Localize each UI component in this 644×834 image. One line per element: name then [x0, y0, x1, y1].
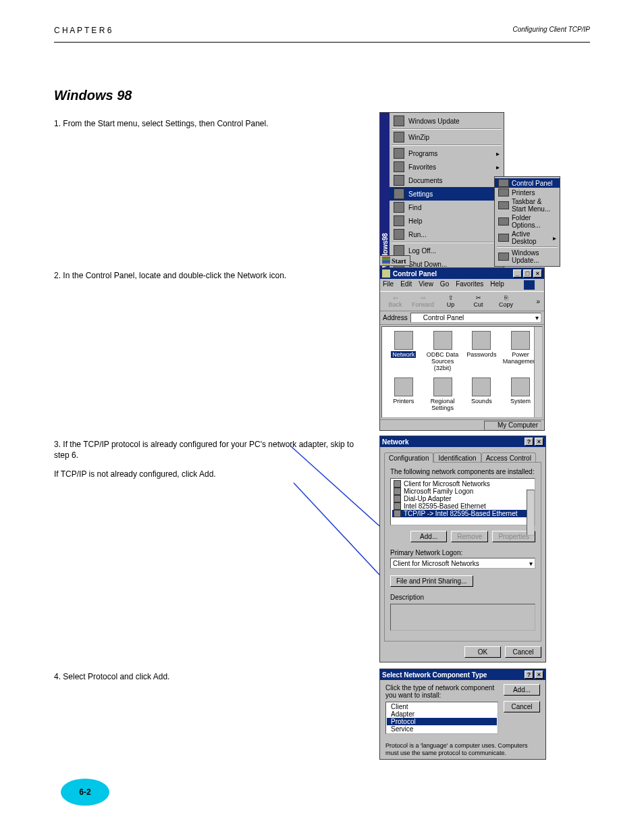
type-client[interactable]: Client: [387, 703, 497, 710]
cp-item-regional[interactable]: Regional Settings: [424, 377, 462, 413]
step-2: 2. In the Control Panel, locate and doub…: [54, 270, 365, 281]
remove-button[interactable]: Remove: [451, 531, 488, 542]
taskbar-icon: [498, 201, 509, 209]
label: Printers: [393, 398, 414, 405]
context-help-button[interactable]: ?: [525, 438, 533, 446]
start-item-documents[interactable]: Documents▸: [390, 174, 504, 187]
menu-help[interactable]: Help: [490, 280, 504, 290]
step-3b-text: If TCP/IP is not already configured, cli…: [54, 469, 365, 479]
printers-icon: [498, 188, 509, 197]
menu-favorites[interactable]: Favorites: [456, 280, 483, 290]
label: Control Panel: [512, 180, 553, 187]
vertical-scrollbar[interactable]: [527, 490, 535, 536]
cp-item-printers[interactable]: Printers: [385, 377, 423, 413]
menu-go[interactable]: Go: [440, 280, 449, 290]
update-icon: [394, 115, 404, 126]
submenu-arrow-icon: ▸: [553, 234, 556, 242]
tab-body: The following network components are ins…: [384, 462, 541, 642]
ok-button[interactable]: OK: [464, 646, 501, 658]
menu-separator: [392, 242, 502, 243]
label: Up: [439, 301, 462, 308]
tab-access-control[interactable]: Access Control: [481, 452, 536, 463]
vertical-scrollbar[interactable]: [534, 327, 542, 417]
titlebar[interactable]: Network ? ×: [380, 436, 545, 447]
type-adapter[interactable]: Adapter: [387, 710, 497, 718]
component-list[interactable]: Client for Microsoft Networks Microsoft …: [390, 478, 535, 525]
component-row[interactable]: Client for Microsoft Networks: [392, 480, 533, 488]
tab-identification[interactable]: Identification: [433, 452, 481, 463]
menu-view[interactable]: View: [419, 280, 433, 290]
submenu-control-panel[interactable]: Control Panel: [495, 178, 560, 188]
submenu-arrow-icon: ▸: [496, 150, 500, 157]
start-button-label: Start: [392, 257, 406, 265]
combo-value: Client for Microsoft Networks: [393, 560, 479, 567]
submenu-printers[interactable]: Printers: [495, 188, 560, 197]
component-row-tcpip[interactable]: TCP/IP -> Intel 82595-Based Ethernet: [392, 510, 533, 517]
cancel-button[interactable]: Cancel: [504, 701, 540, 712]
start-item-programs[interactable]: Programs▸: [390, 147, 504, 160]
titlebar[interactable]: Control Panel _ □ ×: [380, 268, 544, 279]
status-text: My Computer: [498, 421, 538, 429]
start-item-help[interactable]: Help: [390, 214, 504, 228]
start-item-find[interactable]: Find▸: [390, 201, 504, 214]
dropdown-arrow-icon[interactable]: ▾: [529, 560, 533, 567]
add-button[interactable]: Add...: [410, 531, 447, 542]
adapter-icon: [394, 502, 401, 510]
section-heading: Windows 98: [54, 88, 132, 103]
tab-configuration[interactable]: Configuration: [384, 452, 433, 463]
overflow-chevron-icon[interactable]: »: [536, 298, 540, 305]
cancel-button[interactable]: Cancel: [505, 646, 541, 658]
start-item-run[interactable]: Run...: [390, 228, 504, 241]
submenu-taskbar[interactable]: Taskbar & Start Menu...: [495, 197, 560, 213]
cp-item-sounds[interactable]: Sounds: [463, 377, 501, 413]
submenu-folder-options[interactable]: Folder Options...: [495, 213, 560, 230]
context-help-button[interactable]: ?: [525, 671, 533, 679]
start-button[interactable]: Start: [379, 255, 410, 266]
control-panel-window: Control Panel _ □ × File Edit View Go Fa…: [379, 267, 545, 431]
type-service[interactable]: Service: [387, 725, 497, 733]
add-button[interactable]: Add...: [504, 684, 540, 696]
menu-file[interactable]: File: [383, 280, 394, 290]
copy-button[interactable]: ⎘Copy: [495, 294, 517, 308]
titlebar[interactable]: Select Network Component Type ? ×: [380, 669, 545, 680]
label: Settings: [408, 190, 433, 198]
cut-button[interactable]: ✂Cut: [467, 294, 489, 308]
submenu-windows-update[interactable]: Windows Update...: [495, 249, 560, 265]
printers-icon: [394, 377, 413, 396]
settings-icon: [394, 188, 404, 199]
label: Windows Update...: [512, 249, 556, 264]
start-item-windows-update[interactable]: Windows Update: [390, 114, 504, 128]
start-item-settings[interactable]: Settings▸: [390, 187, 504, 201]
type-protocol[interactable]: Protocol: [387, 718, 497, 725]
back-button[interactable]: ⇦Back: [384, 294, 406, 308]
system-icon: [511, 377, 530, 396]
close-button[interactable]: ×: [535, 671, 543, 679]
file-print-sharing-button[interactable]: File and Print Sharing...: [390, 575, 473, 587]
component-row[interactable]: Microsoft Family Logon: [392, 488, 533, 495]
cp-item-odbc[interactable]: ODBC Data Sources (32bit): [424, 331, 462, 373]
primary-logon-combo[interactable]: Client for Microsoft Networks ▾: [390, 558, 535, 569]
control-panel-icon: [413, 314, 421, 322]
component-row[interactable]: Intel 82595-Based Ethernet: [392, 502, 533, 510]
menu-edit[interactable]: Edit: [400, 280, 412, 290]
label: Windows Update: [408, 118, 460, 125]
close-button[interactable]: ×: [535, 438, 543, 446]
close-button[interactable]: ×: [533, 269, 542, 278]
minimize-button[interactable]: _: [513, 269, 522, 278]
component-row[interactable]: Dial-Up Adapter: [392, 495, 533, 502]
address-input[interactable]: Control Panel ▾: [410, 313, 541, 323]
regional-icon: [433, 377, 452, 396]
component-type-list[interactable]: Client Adapter Protocol Service: [385, 702, 498, 734]
dropdown-arrow-icon[interactable]: ▾: [535, 314, 539, 321]
label: Dial-Up Adapter: [404, 495, 452, 502]
label: System: [510, 398, 531, 405]
network-icon: [394, 331, 413, 350]
cp-item-passwords[interactable]: Passwords: [463, 331, 501, 373]
cp-item-network[interactable]: Network: [385, 331, 423, 373]
forward-button[interactable]: ⇨Forward: [412, 294, 434, 308]
start-item-favorites[interactable]: Favorites▸: [390, 160, 504, 174]
submenu-active-desktop[interactable]: Active Desktop▸: [495, 230, 560, 246]
start-item-winzip[interactable]: WinZip: [390, 130, 504, 144]
maximize-button[interactable]: □: [523, 269, 532, 278]
up-button[interactable]: ⇧Up: [439, 294, 462, 308]
